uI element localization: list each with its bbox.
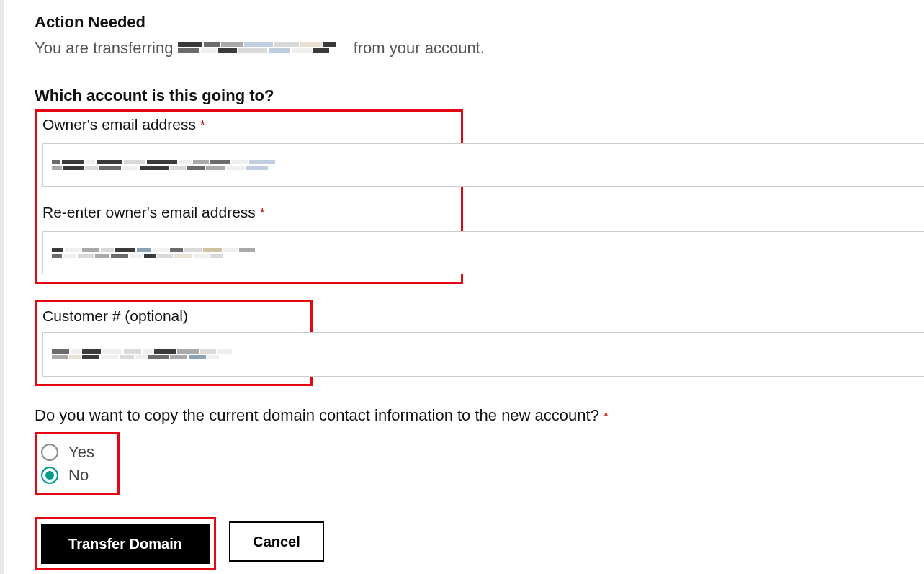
required-marker: * [260,206,265,220]
radio-yes-label: Yes [68,443,94,462]
account-question: Which account is this going to? [35,86,924,105]
reenter-email-label: Re-enter owner's email address * [42,204,455,221]
highlight-customer-box: Customer # (optional) [35,300,313,386]
highlight-radio-box: Yes No [35,432,120,495]
redacted-customer-number [52,349,232,359]
radio-no[interactable] [41,467,58,484]
button-row: Transfer Domain Cancel [35,517,924,570]
highlight-transfer-button: Transfer Domain [35,517,216,570]
required-marker: * [604,409,609,423]
required-marker: * [200,118,205,133]
customer-number-label: Customer # (optional) [42,308,305,325]
page-title: Action Needed [35,13,924,32]
highlight-email-box: Owner's email address * [35,109,463,284]
cancel-button[interactable]: Cancel [229,521,324,562]
radio-option-no[interactable]: No [41,466,113,485]
radio-option-yes[interactable]: Yes [41,443,113,462]
reenter-email-input[interactable] [42,231,924,274]
redacted-domain-name [178,42,349,55]
radio-no-label: No [68,466,89,485]
redacted-reenter-email [52,248,255,258]
transfer-prefix: You are transferring [35,39,178,57]
copy-contact-question: Do you want to copy the current domain c… [35,406,924,425]
redacted-owner-email [52,160,275,170]
transfer-domain-button[interactable]: Transfer Domain [41,524,210,564]
radio-yes[interactable] [41,444,58,461]
customer-number-input[interactable] [42,332,924,377]
domain-transfer-form: Action Needed You are transferring [0,0,924,574]
owner-email-input[interactable] [42,143,924,187]
transfer-description: You are transferring [35,39,924,58]
owner-email-label: Owner's email address * [42,116,455,133]
transfer-suffix: from your account. [354,39,485,57]
